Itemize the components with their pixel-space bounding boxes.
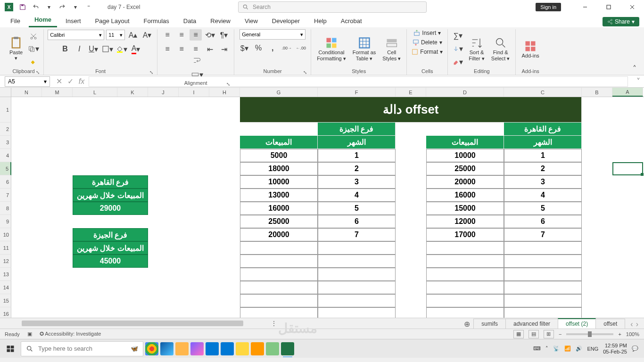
empty-cell[interactable] bbox=[426, 281, 504, 294]
store-taskbar-icon[interactable] bbox=[206, 342, 219, 355]
horizontal-scrollbar[interactable] bbox=[8, 320, 268, 328]
column-header[interactable]: M bbox=[42, 88, 73, 97]
empty-cell[interactable] bbox=[240, 294, 318, 307]
row-header[interactable]: 7 bbox=[0, 189, 11, 202]
align-middle-button[interactable]: ≡ bbox=[175, 29, 188, 41]
font-name-combo[interactable]: Calibri▾ bbox=[48, 30, 104, 40]
column-header[interactable]: E bbox=[396, 88, 426, 97]
column-header[interactable]: L bbox=[73, 88, 117, 97]
tab-formulas[interactable]: Formulas bbox=[138, 16, 175, 27]
row-header[interactable]: 6 bbox=[0, 175, 11, 189]
empty-cell[interactable] bbox=[240, 241, 318, 255]
tray-chevron-up-icon[interactable]: ˄ bbox=[545, 346, 548, 352]
tray-keyboard-icon[interactable]: ⌨ bbox=[533, 346, 541, 352]
column-header[interactable]: J bbox=[148, 88, 179, 97]
sheet-tab-sumifs[interactable]: sumifs bbox=[473, 319, 506, 329]
tab-developer[interactable]: Developer bbox=[266, 16, 305, 27]
number-format-combo[interactable]: General▾ bbox=[239, 29, 305, 40]
giza-sales-cell[interactable]: 16000 bbox=[240, 202, 318, 215]
tab-data[interactable]: Data bbox=[178, 16, 202, 27]
empty-cell[interactable] bbox=[504, 241, 582, 255]
empty-cell[interactable] bbox=[504, 255, 582, 268]
giza-sales-cell[interactable]: 10000 bbox=[240, 175, 318, 189]
clipboard-dialog-launcher[interactable]: ⤡ bbox=[36, 70, 40, 75]
undo-button[interactable] bbox=[30, 1, 41, 13]
row-header[interactable]: 11 bbox=[0, 241, 11, 255]
add-sheet-button[interactable]: ⊕ bbox=[460, 320, 473, 329]
orientation-button[interactable]: ⟲▾ bbox=[204, 29, 216, 41]
empty-cell[interactable] bbox=[318, 241, 396, 255]
title-cell[interactable]: دالة offset bbox=[240, 97, 582, 123]
tab-file[interactable]: File bbox=[5, 16, 26, 27]
sheet-tab-offset[interactable]: offset bbox=[595, 319, 625, 329]
normal-view-button[interactable]: ▦ bbox=[513, 330, 524, 338]
find-select-button[interactable]: Find &Select ▾ bbox=[489, 35, 512, 62]
page-layout-view-button[interactable]: ▤ bbox=[528, 330, 539, 338]
tray-wifi-icon[interactable]: 📶 bbox=[564, 346, 571, 352]
maximize-button[interactable] bbox=[598, 0, 619, 14]
accessibility-status[interactable]: ✪ Accessibility: Investigate bbox=[40, 331, 101, 337]
row-header[interactable]: 5 bbox=[0, 162, 11, 175]
excel-taskbar-icon[interactable] bbox=[281, 342, 294, 355]
giza-month-cell[interactable]: 1 bbox=[318, 149, 396, 162]
cairo-sales-cell[interactable]: 20000 bbox=[426, 175, 504, 189]
number-dialog-launcher[interactable]: ⤡ bbox=[303, 70, 307, 75]
addins-button[interactable]: Add-ins bbox=[520, 39, 541, 59]
conditional-formatting-button[interactable]: ConditionalFormatting ▾ bbox=[315, 35, 348, 62]
cell-styles-button[interactable]: CellStyles ▾ bbox=[380, 35, 403, 62]
underline-button[interactable]: U▾ bbox=[87, 43, 99, 55]
tray-volume-icon[interactable]: 🔊 bbox=[576, 346, 582, 352]
cut-button[interactable] bbox=[27, 31, 40, 42]
redo-dropdown[interactable]: ▾ bbox=[70, 1, 81, 13]
select-all-button[interactable] bbox=[0, 88, 11, 97]
column-header[interactable]: F bbox=[318, 88, 396, 97]
column-header[interactable]: C bbox=[504, 88, 582, 97]
tab-help[interactable]: Help bbox=[308, 16, 332, 27]
sticky-notes-taskbar-icon[interactable] bbox=[236, 342, 249, 355]
giza-month-header[interactable]: الشهر bbox=[318, 136, 396, 149]
clear-button[interactable]: ▾ bbox=[452, 57, 464, 68]
row-header[interactable]: 10 bbox=[0, 228, 11, 241]
cancel-formula-button[interactable]: ✕ bbox=[54, 76, 64, 87]
taskbar-search[interactable]: Type here to search 🦋 bbox=[21, 341, 143, 356]
expand-formula-bar-button[interactable]: ˅ bbox=[633, 77, 644, 86]
cairo-sales-cell[interactable]: 25000 bbox=[426, 162, 504, 175]
explorer-taskbar-icon[interactable] bbox=[175, 342, 189, 355]
column-header[interactable]: A bbox=[612, 88, 643, 97]
giza-sales-cell[interactable]: 13000 bbox=[240, 189, 318, 202]
empty-cell[interactable] bbox=[504, 268, 582, 281]
collapse-ribbon-button[interactable]: ˄ bbox=[629, 29, 640, 75]
app-taskbar-icon[interactable] bbox=[266, 342, 279, 355]
sheet-tab-offset-2[interactable]: offset (2) bbox=[558, 318, 596, 329]
giza-sales-header[interactable]: المبيعات bbox=[240, 136, 318, 149]
scrollbar-thumb[interactable] bbox=[22, 321, 243, 326]
empty-cell[interactable] bbox=[318, 281, 396, 294]
giza-month-cell[interactable]: 3 bbox=[318, 175, 396, 189]
giza-month-cell[interactable]: 6 bbox=[318, 215, 396, 228]
redo-button[interactable] bbox=[57, 1, 68, 13]
cairo-month-cell[interactable]: 4 bbox=[504, 189, 582, 202]
column-header[interactable]: D bbox=[426, 88, 504, 97]
row-header[interactable]: 14 bbox=[0, 281, 11, 294]
giza-sales-cell[interactable]: 5000 bbox=[240, 149, 318, 162]
sheet-nav-next[interactable]: › bbox=[636, 320, 638, 329]
notifications-icon[interactable]: 💬 bbox=[632, 346, 638, 352]
comma-format-button[interactable]: , bbox=[266, 42, 279, 54]
format-cells-button[interactable]: Format▾ bbox=[411, 48, 444, 56]
tray-clock[interactable]: 12:59 PM 05-Feb-25 bbox=[603, 343, 627, 354]
align-left-button[interactable]: ≡ bbox=[161, 43, 173, 55]
copy-button[interactable]: ▾ bbox=[27, 43, 40, 55]
zoom-in-button[interactable]: + bbox=[618, 331, 621, 337]
worksheet-grid[interactable]: NMLKJIHGFEDCBA 12345678910111213141516 د… bbox=[0, 88, 644, 318]
chrome-taskbar-icon[interactable] bbox=[145, 342, 158, 355]
cairo-sales-cell[interactable]: 15000 bbox=[426, 202, 504, 215]
empty-cell[interactable] bbox=[426, 268, 504, 281]
format-as-table-button[interactable]: Format asTable ▾ bbox=[351, 35, 378, 62]
insert-cells-button[interactable]: Insert▾ bbox=[413, 29, 442, 37]
fill-button[interactable]: ▾ bbox=[452, 43, 464, 55]
giza-month-cell[interactable]: 4 bbox=[318, 189, 396, 202]
giza-sales-cell[interactable]: 20000 bbox=[240, 228, 318, 241]
accounting-format-button[interactable]: $▾ bbox=[238, 42, 250, 54]
save-button[interactable] bbox=[17, 1, 28, 13]
tab-insert[interactable]: Insert bbox=[60, 16, 87, 27]
